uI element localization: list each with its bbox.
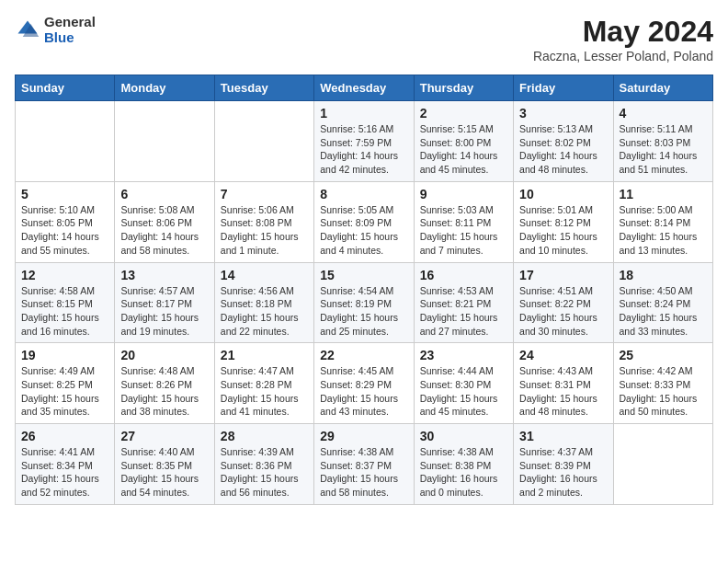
day-cell (115, 101, 214, 182)
calendar-header: SundayMondayTuesdayWednesdayThursdayFrid… (16, 75, 713, 101)
day-number: 16 (420, 268, 507, 282)
day-number: 24 (519, 348, 607, 362)
day-info: Sunrise: 5:03 AM Sunset: 8:11 PM Dayligh… (420, 203, 507, 258)
day-cell: 24Sunrise: 4:43 AM Sunset: 8:31 PM Dayli… (514, 343, 613, 424)
day-cell: 18Sunrise: 4:50 AM Sunset: 8:24 PM Dayli… (613, 262, 712, 343)
day-number: 13 (120, 268, 208, 282)
day-info: Sunrise: 4:50 AM Sunset: 8:24 PM Dayligh… (620, 284, 707, 339)
day-cell: 6Sunrise: 5:08 AM Sunset: 8:06 PM Daylig… (115, 181, 214, 262)
day-info: Sunrise: 4:42 AM Sunset: 8:33 PM Dayligh… (620, 364, 707, 419)
day-number: 31 (519, 429, 607, 443)
day-info: Sunrise: 4:57 AM Sunset: 8:17 PM Dayligh… (120, 284, 208, 339)
day-number: 3 (519, 106, 607, 121)
day-info: Sunrise: 4:58 AM Sunset: 8:15 PM Dayligh… (21, 284, 108, 339)
logo-blue: Blue (44, 30, 96, 46)
day-cell: 5Sunrise: 5:10 AM Sunset: 8:05 PM Daylig… (16, 181, 115, 262)
day-number: 9 (420, 187, 507, 201)
day-info: Sunrise: 5:06 AM Sunset: 8:08 PM Dayligh… (221, 203, 308, 258)
day-number: 19 (21, 348, 108, 362)
day-number: 23 (420, 348, 507, 362)
day-info: Sunrise: 4:39 AM Sunset: 8:36 PM Dayligh… (221, 445, 308, 500)
week-row-3: 12Sunrise: 4:58 AM Sunset: 8:15 PM Dayli… (16, 262, 713, 343)
day-number: 25 (620, 348, 707, 362)
day-cell: 15Sunrise: 4:54 AM Sunset: 8:19 PM Dayli… (314, 262, 414, 343)
day-number: 29 (320, 429, 407, 443)
day-number: 18 (620, 268, 707, 282)
day-cell: 29Sunrise: 4:38 AM Sunset: 8:37 PM Dayli… (314, 424, 414, 505)
day-info: Sunrise: 4:37 AM Sunset: 8:39 PM Dayligh… (519, 445, 607, 500)
day-number: 27 (120, 429, 208, 443)
day-info: Sunrise: 5:10 AM Sunset: 8:05 PM Dayligh… (21, 203, 108, 258)
week-row-2: 5Sunrise: 5:10 AM Sunset: 8:05 PM Daylig… (16, 181, 713, 262)
day-number: 22 (320, 348, 407, 362)
day-number: 1 (320, 106, 407, 121)
day-cell: 23Sunrise: 4:44 AM Sunset: 8:30 PM Dayli… (414, 343, 513, 424)
day-cell (16, 101, 115, 182)
day-cell: 31Sunrise: 4:37 AM Sunset: 8:39 PM Dayli… (514, 424, 613, 505)
header-cell-monday: Monday (115, 75, 214, 101)
day-info: Sunrise: 4:43 AM Sunset: 8:31 PM Dayligh… (519, 364, 607, 419)
day-cell: 8Sunrise: 5:05 AM Sunset: 8:09 PM Daylig… (314, 181, 414, 262)
day-cell: 10Sunrise: 5:01 AM Sunset: 8:12 PM Dayli… (514, 181, 613, 262)
day-number: 7 (221, 187, 308, 201)
page-header: General Blue May 2024 Raczna, Lesser Pol… (15, 15, 713, 63)
day-cell: 7Sunrise: 5:06 AM Sunset: 8:08 PM Daylig… (214, 181, 313, 262)
day-cell: 17Sunrise: 4:51 AM Sunset: 8:22 PM Dayli… (514, 262, 613, 343)
day-info: Sunrise: 5:00 AM Sunset: 8:14 PM Dayligh… (620, 203, 707, 258)
day-cell: 13Sunrise: 4:57 AM Sunset: 8:17 PM Dayli… (115, 262, 214, 343)
day-cell: 19Sunrise: 4:49 AM Sunset: 8:25 PM Dayli… (16, 343, 115, 424)
day-info: Sunrise: 4:45 AM Sunset: 8:29 PM Dayligh… (320, 364, 407, 419)
day-cell: 21Sunrise: 4:47 AM Sunset: 8:28 PM Dayli… (214, 343, 313, 424)
day-cell: 22Sunrise: 4:45 AM Sunset: 8:29 PM Dayli… (314, 343, 414, 424)
week-row-1: 1Sunrise: 5:16 AM Sunset: 7:59 PM Daylig… (16, 101, 713, 182)
day-info: Sunrise: 4:54 AM Sunset: 8:19 PM Dayligh… (320, 284, 407, 339)
day-info: Sunrise: 5:08 AM Sunset: 8:06 PM Dayligh… (120, 203, 208, 258)
day-info: Sunrise: 4:41 AM Sunset: 8:34 PM Dayligh… (21, 445, 108, 500)
day-cell: 27Sunrise: 4:40 AM Sunset: 8:35 PM Dayli… (115, 424, 214, 505)
week-row-5: 26Sunrise: 4:41 AM Sunset: 8:34 PM Dayli… (16, 424, 713, 505)
day-cell: 12Sunrise: 4:58 AM Sunset: 8:15 PM Dayli… (16, 262, 115, 343)
day-number: 15 (320, 268, 407, 282)
day-info: Sunrise: 4:40 AM Sunset: 8:35 PM Dayligh… (120, 445, 208, 500)
day-cell (214, 101, 313, 182)
day-info: Sunrise: 4:38 AM Sunset: 8:37 PM Dayligh… (320, 445, 407, 500)
day-info: Sunrise: 5:01 AM Sunset: 8:12 PM Dayligh… (519, 203, 607, 258)
day-info: Sunrise: 4:49 AM Sunset: 8:25 PM Dayligh… (21, 364, 108, 419)
day-info: Sunrise: 5:15 AM Sunset: 8:00 PM Dayligh… (420, 122, 507, 177)
day-number: 6 (120, 187, 208, 201)
day-info: Sunrise: 4:47 AM Sunset: 8:28 PM Dayligh… (221, 364, 308, 419)
day-number: 21 (221, 348, 308, 362)
day-info: Sunrise: 4:56 AM Sunset: 8:18 PM Dayligh… (221, 284, 308, 339)
day-number: 17 (519, 268, 607, 282)
day-cell: 4Sunrise: 5:11 AM Sunset: 8:03 PM Daylig… (613, 101, 712, 182)
logo-text: General Blue (44, 15, 96, 45)
day-cell: 16Sunrise: 4:53 AM Sunset: 8:21 PM Dayli… (414, 262, 513, 343)
day-number: 5 (21, 187, 108, 201)
main-title: May 2024 (533, 15, 713, 49)
day-info: Sunrise: 5:13 AM Sunset: 8:02 PM Dayligh… (519, 122, 607, 177)
day-info: Sunrise: 4:51 AM Sunset: 8:22 PM Dayligh… (519, 284, 607, 339)
header-cell-saturday: Saturday (613, 75, 712, 101)
calendar-body: 1Sunrise: 5:16 AM Sunset: 7:59 PM Daylig… (16, 101, 713, 505)
logo: General Blue (15, 15, 96, 45)
day-number: 26 (21, 429, 108, 443)
day-number: 14 (221, 268, 308, 282)
calendar-table: SundayMondayTuesdayWednesdayThursdayFrid… (15, 75, 713, 505)
header-cell-sunday: Sunday (16, 75, 115, 101)
logo-icon (15, 17, 40, 43)
day-cell: 3Sunrise: 5:13 AM Sunset: 8:02 PM Daylig… (514, 101, 613, 182)
day-cell: 20Sunrise: 4:48 AM Sunset: 8:26 PM Dayli… (115, 343, 214, 424)
day-number: 28 (221, 429, 308, 443)
day-cell: 25Sunrise: 4:42 AM Sunset: 8:33 PM Dayli… (613, 343, 712, 424)
day-info: Sunrise: 4:48 AM Sunset: 8:26 PM Dayligh… (120, 364, 208, 419)
day-cell (613, 424, 712, 505)
day-cell: 26Sunrise: 4:41 AM Sunset: 8:34 PM Dayli… (16, 424, 115, 505)
day-info: Sunrise: 4:53 AM Sunset: 8:21 PM Dayligh… (420, 284, 507, 339)
day-info: Sunrise: 5:11 AM Sunset: 8:03 PM Dayligh… (620, 122, 707, 177)
day-number: 12 (21, 268, 108, 282)
header-cell-tuesday: Tuesday (214, 75, 313, 101)
header-cell-thursday: Thursday (414, 75, 513, 101)
header-cell-friday: Friday (514, 75, 613, 101)
day-number: 2 (420, 106, 507, 121)
header-row: SundayMondayTuesdayWednesdayThursdayFrid… (16, 75, 713, 101)
